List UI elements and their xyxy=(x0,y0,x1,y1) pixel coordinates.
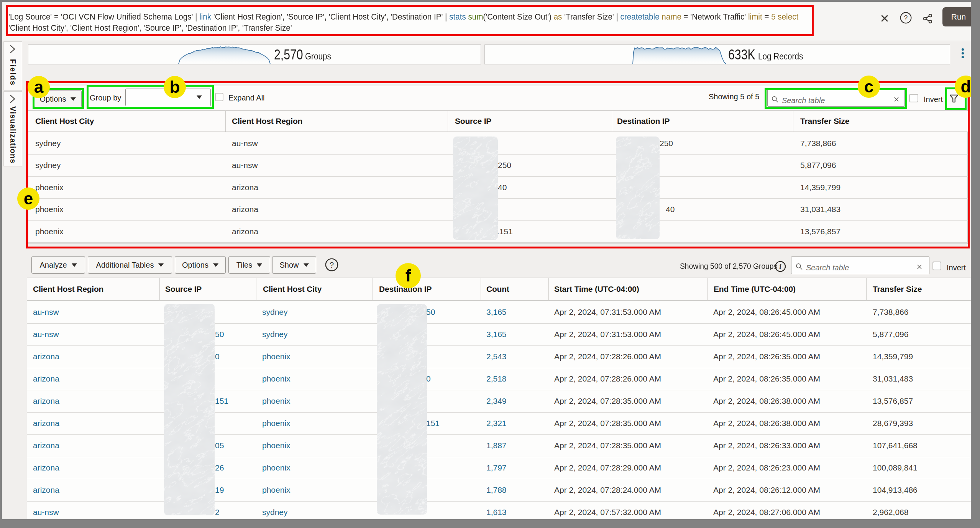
svg-text:i: i xyxy=(779,263,781,270)
svg-text:?: ? xyxy=(330,261,334,269)
svg-text:?: ? xyxy=(904,14,908,22)
